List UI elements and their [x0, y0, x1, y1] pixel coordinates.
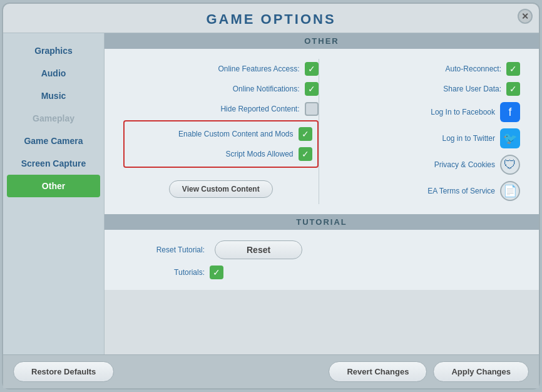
hide-reported-label: Hide Reported Content:: [220, 105, 299, 113]
custom-content-highlight-box: Enable Custom Content and Mods ✓ Script …: [123, 120, 319, 168]
right-column: Auto-Reconnect: ✓ Share User Data: ✓ Log…: [319, 59, 521, 204]
tutorial-section-body: Reset Tutorial: Reset Tutorials: ✓: [105, 230, 539, 290]
online-notifications-label: Online Notifications:: [233, 85, 300, 93]
enable-custom-content-label: Enable Custom Content and Mods: [178, 130, 293, 138]
document-icon[interactable]: 📄: [500, 181, 520, 201]
log-in-facebook-label: Log In to Facebook: [431, 108, 495, 116]
ea-terms-label: EA Terms of Service: [427, 187, 495, 195]
content-area: Other Online Features Access: ✓ Online N…: [105, 33, 539, 354]
main-content: Graphics Audio Music Gameplay Game Camer…: [3, 33, 539, 354]
privacy-cookies-label: Privacy & Cookies: [434, 160, 495, 169]
script-mods-checkbox[interactable]: ✓: [299, 147, 312, 161]
close-button[interactable]: ✕: [518, 9, 533, 24]
tutorial-section: Tutorial Reset Tutorial: Reset Tutorials…: [105, 214, 539, 290]
sidebar-item-audio[interactable]: Audio: [3, 62, 104, 85]
online-notifications-checkbox[interactable]: ✓: [305, 82, 319, 96]
dialog-title: Game Options: [3, 4, 539, 33]
twitter-icon[interactable]: 🐦: [500, 128, 520, 148]
reset-tutorial-row: Reset Tutorial: Reset: [117, 237, 526, 262]
script-mods-row: Script Mods Allowed ✓: [130, 144, 312, 164]
online-features-label: Online Features Access:: [218, 64, 299, 73]
facebook-icon[interactable]: f: [500, 102, 520, 122]
share-user-data-checkbox[interactable]: ✓: [506, 82, 520, 96]
tutorials-row: Tutorials: ✓: [117, 262, 526, 282]
game-options-dialog: Game Options ✕ Graphics Audio Music Game…: [2, 3, 540, 389]
sidebar-item-gameplay: Gameplay: [3, 107, 104, 130]
online-features-row: Online Features Access: ✓: [123, 59, 319, 79]
auto-reconnect-label: Auto-Reconnect:: [446, 64, 501, 73]
shield-icon[interactable]: 🛡: [500, 155, 520, 175]
other-section: Other Online Features Access: ✓ Online N…: [105, 33, 539, 214]
left-column: Online Features Access: ✓ Online Notific…: [123, 59, 319, 204]
footer: Restore Defaults Revert Changes Apply Ch…: [3, 354, 539, 388]
tutorial-section-header: Tutorial: [105, 214, 539, 230]
log-in-facebook-row: Log In to Facebook f: [325, 99, 521, 125]
log-in-twitter-row: Log in to Twitter 🐦: [325, 125, 521, 152]
other-section-body: Online Features Access: ✓ Online Notific…: [105, 49, 539, 214]
sidebar: Graphics Audio Music Gameplay Game Camer…: [3, 33, 105, 354]
tutorials-label: Tutorials:: [117, 268, 205, 277]
enable-custom-content-checkbox[interactable]: ✓: [299, 127, 312, 141]
footer-right-buttons: Revert Changes Apply Changes: [329, 361, 529, 382]
view-custom-content-button[interactable]: View Custom Content: [169, 180, 273, 198]
sidebar-item-game-camera[interactable]: Game Camera: [3, 130, 104, 152]
share-user-data-label: Share User Data:: [443, 85, 501, 93]
privacy-cookies-row: Privacy & Cookies 🛡: [325, 152, 521, 178]
hide-reported-row: Hide Reported Content:: [123, 99, 319, 119]
online-notifications-row: Online Notifications: ✓: [123, 79, 319, 99]
apply-changes-button[interactable]: Apply Changes: [433, 361, 529, 382]
auto-reconnect-checkbox[interactable]: ✓: [506, 62, 520, 76]
revert-changes-button[interactable]: Revert Changes: [329, 361, 427, 382]
tutorials-checkbox[interactable]: ✓: [210, 266, 223, 279]
auto-reconnect-row: Auto-Reconnect: ✓: [325, 59, 521, 79]
ea-terms-row: EA Terms of Service 📄: [325, 178, 521, 204]
reset-button[interactable]: Reset: [215, 240, 302, 259]
sidebar-item-music[interactable]: Music: [3, 85, 104, 107]
options-columns: Online Features Access: ✓ Online Notific…: [117, 55, 526, 208]
sidebar-item-graphics[interactable]: Graphics: [3, 39, 104, 62]
restore-defaults-button[interactable]: Restore Defaults: [13, 361, 114, 382]
reset-tutorial-label: Reset Tutorial:: [117, 245, 205, 254]
sidebar-item-screen-capture[interactable]: Screen Capture: [3, 152, 104, 175]
enable-custom-content-row: Enable Custom Content and Mods ✓: [130, 124, 312, 144]
sidebar-item-other[interactable]: Other: [7, 175, 100, 197]
online-features-checkbox[interactable]: ✓: [305, 62, 319, 76]
log-in-twitter-label: Log in to Twitter: [442, 134, 496, 143]
share-user-data-row: Share User Data: ✓: [325, 79, 521, 99]
script-mods-label: Script Mods Allowed: [225, 150, 293, 158]
other-section-header: Other: [105, 33, 539, 49]
hide-reported-checkbox[interactable]: [305, 102, 319, 116]
